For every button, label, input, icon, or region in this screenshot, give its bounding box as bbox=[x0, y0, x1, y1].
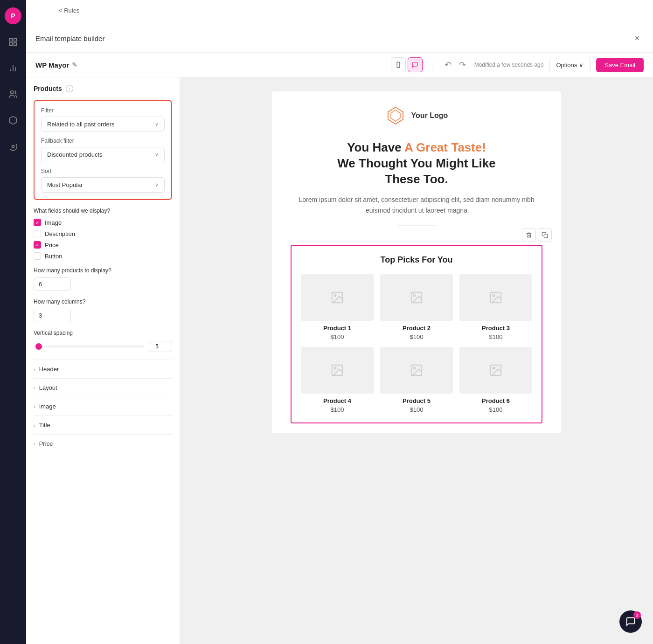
fallback-filter-selected-value: Discounted products bbox=[47, 151, 103, 158]
accordion-header-chevron-icon: › bbox=[34, 367, 35, 372]
left-panel: Products i Filter Related to all past or… bbox=[26, 77, 180, 644]
spacing-section: Vertical spacing bbox=[34, 330, 172, 352]
accordion-layout: › Layout bbox=[34, 378, 172, 397]
product-placeholder-icon-4 bbox=[330, 363, 344, 377]
product-placeholder-icon-1 bbox=[330, 291, 344, 305]
close-button[interactable]: × bbox=[631, 32, 644, 45]
modal-title: Email template builder bbox=[35, 35, 631, 42]
spacing-label: Vertical spacing bbox=[34, 330, 172, 336]
accordion-image: › Image bbox=[34, 397, 172, 415]
accordion-header-label: Header bbox=[39, 366, 59, 373]
email-preview: Your Logo You Have A Great Taste! We Tho… bbox=[180, 77, 653, 644]
product-placeholder-icon-5 bbox=[410, 363, 424, 377]
rules-breadcrumb[interactable]: < Rules bbox=[59, 7, 79, 14]
spacing-slider-track bbox=[34, 346, 144, 347]
checkbox-button-label: Button bbox=[45, 253, 63, 260]
products-grid: Product 1 $100 Product 2 $100 bbox=[301, 274, 532, 413]
accordion-title-label: Title bbox=[39, 422, 50, 429]
products-floating-toolbar bbox=[522, 228, 552, 242]
options-chevron-icon: ∨ bbox=[579, 62, 584, 69]
options-button[interactable]: Options ∨ bbox=[549, 58, 590, 72]
accordion-price-chevron-icon: › bbox=[34, 441, 35, 447]
sidebar-item-segments[interactable] bbox=[5, 86, 21, 103]
checkbox-image[interactable]: ✓ bbox=[34, 219, 41, 226]
edit-name-icon[interactable]: ✎ bbox=[72, 61, 77, 69]
products-info-icon[interactable]: i bbox=[66, 85, 73, 92]
sort-chevron-icon: ∨ bbox=[155, 182, 159, 188]
fields-label: What fields should we display? bbox=[34, 208, 172, 214]
svg-rect-2 bbox=[10, 43, 13, 46]
accordion-layout-toggle[interactable]: › Layout bbox=[34, 384, 172, 391]
product-placeholder-icon-6 bbox=[489, 363, 503, 377]
product-image-1 bbox=[301, 274, 374, 321]
sidebar-item-dashboard[interactable] bbox=[5, 34, 21, 50]
accordion-layout-label: Layout bbox=[39, 384, 57, 391]
svg-point-21 bbox=[334, 367, 336, 369]
hero-divider bbox=[398, 225, 435, 226]
product-image-3 bbox=[459, 274, 532, 321]
filter-selected-value: Related to all past orders bbox=[47, 121, 115, 128]
product-price-2: $100 bbox=[380, 333, 453, 340]
sidebar-item-automation[interactable] bbox=[5, 138, 21, 155]
builder-toolbar: WP Mayor ✎ ↶ ↷ Modified a few seconds ag… bbox=[26, 53, 653, 77]
svg-point-23 bbox=[414, 367, 416, 369]
accordion-title: › Title bbox=[34, 415, 172, 434]
product-placeholder-icon-2 bbox=[410, 291, 424, 305]
options-label: Options bbox=[556, 62, 577, 69]
email-container: Your Logo You Have A Great Taste! We Tho… bbox=[272, 91, 561, 433]
product-card-3: Product 3 $100 bbox=[459, 274, 532, 340]
svg-marker-12 bbox=[391, 110, 400, 121]
accordion-image-toggle[interactable]: › Image bbox=[34, 403, 172, 410]
logo-icon bbox=[385, 105, 406, 126]
svg-point-25 bbox=[493, 367, 495, 369]
accordion-header: › Header bbox=[34, 360, 172, 378]
products-count-label: How many products to display? bbox=[34, 267, 172, 274]
checkbox-description-row: Description bbox=[34, 230, 172, 237]
hero-title-part3: These Too. bbox=[385, 172, 448, 186]
product-price-3: $100 bbox=[459, 333, 532, 340]
spacing-value-input[interactable] bbox=[149, 341, 172, 352]
chat-bubble-button[interactable]: 1 bbox=[619, 610, 642, 633]
columns-label: How many columns? bbox=[34, 298, 172, 305]
accordion-header-toggle[interactable]: › Header bbox=[34, 366, 172, 373]
mobile-view-button[interactable] bbox=[391, 57, 406, 72]
filter-box: Filter Related to all past orders ∨ Fall… bbox=[34, 100, 172, 200]
save-email-button[interactable]: Save Email bbox=[596, 58, 644, 72]
redo-button[interactable]: ↷ bbox=[456, 58, 469, 72]
fallback-filter-select[interactable]: Discounted products ∨ bbox=[41, 147, 165, 162]
spacing-slider-row bbox=[34, 341, 172, 352]
undo-button[interactable]: ↶ bbox=[442, 58, 454, 72]
email-logo-text: Your Logo bbox=[411, 111, 448, 120]
sidebar-logo[interactable]: P bbox=[5, 7, 21, 24]
email-hero: You Have A Great Taste! We Thought You M… bbox=[272, 135, 561, 245]
sort-select[interactable]: Most Popular ∨ bbox=[41, 177, 165, 193]
checkbox-button[interactable] bbox=[34, 252, 41, 260]
modal-header: Email template builder × bbox=[26, 24, 653, 53]
products-count-input[interactable] bbox=[34, 277, 71, 291]
columns-input[interactable] bbox=[34, 309, 71, 322]
filter-select[interactable]: Related to all past orders ∨ bbox=[41, 117, 165, 132]
checkbox-description[interactable] bbox=[34, 230, 41, 237]
sort-label: Sort bbox=[41, 168, 165, 174]
accordion-price-toggle[interactable]: › Price bbox=[34, 440, 172, 447]
delete-products-button[interactable] bbox=[522, 228, 536, 242]
desktop-view-button[interactable] bbox=[408, 57, 423, 72]
accordion-price-label: Price bbox=[39, 440, 53, 447]
spacing-slider-thumb[interactable] bbox=[35, 343, 42, 350]
email-logo-section: Your Logo bbox=[272, 91, 561, 135]
sidebar-item-analytics[interactable] bbox=[5, 60, 21, 76]
sidebar-item-campaigns[interactable] bbox=[5, 112, 21, 129]
product-name-6: Product 6 bbox=[459, 397, 532, 404]
rules-link-text[interactable]: < Rules bbox=[59, 7, 79, 14]
product-image-6 bbox=[459, 347, 532, 394]
accordion-title-toggle[interactable]: › Title bbox=[34, 422, 172, 429]
checkbox-price[interactable]: ✓ bbox=[34, 241, 41, 249]
products-section-email-title: Top Picks For You bbox=[301, 255, 532, 265]
undo-redo-group: ↶ ↷ bbox=[442, 58, 469, 72]
duplicate-products-button[interactable] bbox=[538, 228, 552, 242]
accordion-price: › Price bbox=[34, 434, 172, 453]
hero-title-part1: You Have bbox=[347, 140, 404, 154]
sort-selected-value: Most Popular bbox=[47, 181, 83, 188]
product-card-2: Product 2 $100 bbox=[380, 274, 453, 340]
product-image-2 bbox=[380, 274, 453, 321]
